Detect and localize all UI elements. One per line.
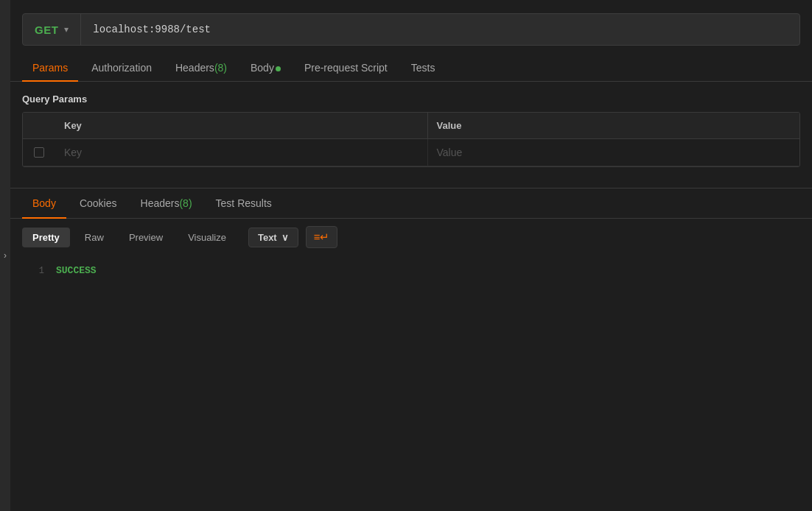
tab-tests[interactable]: Tests	[401, 54, 446, 81]
row-checkbox[interactable]	[34, 147, 44, 158]
query-params-label: Query Params	[10, 82, 812, 112]
response-headers-badge: (8)	[179, 197, 192, 209]
params-row-value[interactable]: Value	[427, 139, 800, 166]
params-value-placeholder: Value	[437, 147, 463, 158]
wrap-icon: ≡↵	[314, 230, 330, 244]
response-body: 1 SUCCESS	[10, 256, 812, 511]
method-label: GET	[35, 24, 58, 36]
params-value-col: Value	[427, 113, 800, 138]
format-btn-visualize[interactable]: Visualize	[178, 228, 237, 247]
params-table-header: Key Value	[23, 113, 799, 139]
format-btn-pretty[interactable]: Pretty	[22, 228, 70, 247]
line-content-1: SUCCESS	[56, 265, 97, 276]
line-number-1: 1	[22, 266, 44, 276]
tab-headers[interactable]: Headers(8)	[165, 54, 237, 81]
tab-pre-request-script[interactable]: Pre-request Script	[294, 54, 398, 81]
params-row-check	[23, 139, 55, 166]
format-type-arrow: ∨	[281, 232, 289, 243]
response-line-1: 1 SUCCESS	[10, 263, 812, 278]
method-dropdown-arrow: ▾	[64, 24, 69, 35]
request-tabs: Params Authorization Headers(8) Body Pre…	[10, 54, 812, 82]
format-bar: Pretty Raw Preview Visualize Text ∨ ≡↵	[10, 219, 812, 256]
headers-badge: (8)	[214, 62, 227, 74]
params-key-placeholder: Key	[64, 147, 82, 158]
format-type-selector[interactable]: Text ∨	[248, 228, 298, 247]
url-input[interactable]	[81, 24, 799, 35]
tab-authorization[interactable]: Authorization	[81, 54, 162, 81]
body-dot	[276, 66, 281, 71]
response-tab-headers[interactable]: Headers(8)	[130, 188, 203, 218]
params-check-col	[23, 113, 55, 138]
sidebar-toggle[interactable]: ›	[0, 0, 10, 511]
response-tab-body[interactable]: Body	[22, 188, 66, 218]
main-content: GET ▾ Params Authorization Headers(8) Bo…	[10, 0, 812, 511]
wrap-button[interactable]: ≡↵	[306, 226, 338, 248]
method-selector[interactable]: GET ▾	[23, 14, 81, 45]
tab-params[interactable]: Params	[22, 54, 78, 81]
response-tab-cookies[interactable]: Cookies	[69, 188, 127, 218]
format-type-label: Text	[258, 232, 277, 243]
url-bar: GET ▾	[22, 13, 800, 46]
tab-body[interactable]: Body	[240, 54, 291, 81]
params-key-col: Key	[55, 113, 427, 138]
response-tabs: Body Cookies Headers(8) Test Results	[10, 188, 812, 219]
format-btn-raw[interactable]: Raw	[74, 228, 114, 247]
sidebar-arrow-icon: ›	[4, 250, 7, 261]
params-table-row: Key Value	[23, 139, 799, 166]
app-container: › GET ▾ Params Authorization Headers(8) …	[0, 0, 812, 511]
format-btn-preview[interactable]: Preview	[119, 228, 173, 247]
response-tab-test-results[interactable]: Test Results	[206, 188, 282, 218]
params-table: Key Value Key Value	[22, 112, 800, 167]
params-row-key[interactable]: Key	[55, 139, 427, 166]
response-section: Body Cookies Headers(8) Test Results Pre…	[10, 188, 812, 511]
